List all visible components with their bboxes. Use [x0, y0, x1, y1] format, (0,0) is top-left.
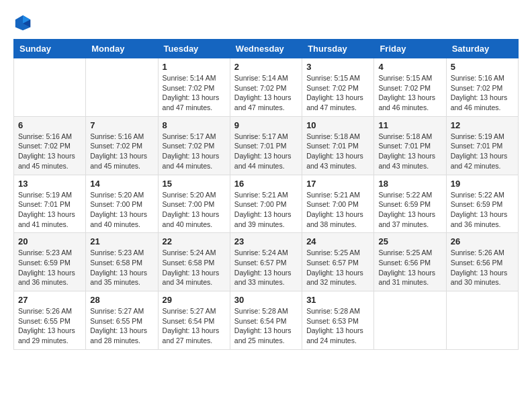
weekday-header: Tuesday [158, 40, 230, 58]
calendar-cell: 1Sunrise: 5:14 AM Sunset: 7:02 PM Daylig… [158, 58, 230, 117]
calendar-cell: 25Sunrise: 5:25 AM Sunset: 6:56 PM Dayli… [374, 233, 446, 291]
day-number: 18 [378, 179, 441, 189]
day-number: 29 [163, 295, 226, 305]
weekday-header: Wednesday [230, 40, 302, 58]
day-info: Sunrise: 5:22 AM Sunset: 6:59 PM Dayligh… [378, 190, 441, 230]
weekday-header: Thursday [302, 40, 374, 58]
day-info: Sunrise: 5:24 AM Sunset: 6:58 PM Dayligh… [163, 248, 226, 287]
day-number: 8 [163, 120, 226, 130]
day-number: 23 [234, 236, 298, 246]
day-number: 27 [18, 295, 81, 305]
day-info: Sunrise: 5:21 AM Sunset: 7:00 PM Dayligh… [306, 190, 369, 230]
day-info: Sunrise: 5:14 AM Sunset: 7:02 PM Dayligh… [163, 73, 226, 113]
calendar-week-row: 1Sunrise: 5:14 AM Sunset: 7:02 PM Daylig… [14, 58, 519, 117]
day-info: Sunrise: 5:15 AM Sunset: 7:02 PM Dayligh… [378, 73, 441, 113]
calendar-week-row: 27Sunrise: 5:26 AM Sunset: 6:55 PM Dayli… [14, 291, 519, 350]
day-info: Sunrise: 5:14 AM Sunset: 7:02 PM Dayligh… [234, 73, 298, 113]
calendar-cell: 24Sunrise: 5:25 AM Sunset: 6:57 PM Dayli… [302, 233, 374, 291]
day-info: Sunrise: 5:16 AM Sunset: 7:02 PM Dayligh… [90, 132, 153, 171]
weekday-header: Monday [86, 40, 158, 58]
calendar-cell: 19Sunrise: 5:22 AM Sunset: 6:59 PM Dayli… [446, 175, 518, 233]
calendar-cell: 20Sunrise: 5:23 AM Sunset: 6:59 PM Dayli… [14, 233, 86, 291]
calendar-cell: 5Sunrise: 5:16 AM Sunset: 7:02 PM Daylig… [446, 58, 518, 117]
day-number: 10 [306, 120, 369, 130]
day-info: Sunrise: 5:19 AM Sunset: 7:01 PM Dayligh… [18, 190, 81, 230]
calendar-header-row: SundayMondayTuesdayWednesdayThursdayFrid… [14, 40, 519, 58]
day-info: Sunrise: 5:22 AM Sunset: 6:59 PM Dayligh… [451, 190, 514, 230]
calendar-cell: 6Sunrise: 5:16 AM Sunset: 7:02 PM Daylig… [14, 116, 86, 175]
calendar-week-row: 13Sunrise: 5:19 AM Sunset: 7:01 PM Dayli… [14, 175, 519, 233]
day-number: 21 [90, 236, 153, 246]
day-number: 17 [306, 179, 369, 189]
calendar-cell: 10Sunrise: 5:18 AM Sunset: 7:01 PM Dayli… [302, 116, 374, 175]
day-number: 7 [90, 120, 153, 130]
day-number: 19 [451, 179, 514, 189]
calendar-cell: 12Sunrise: 5:19 AM Sunset: 7:01 PM Dayli… [446, 116, 518, 175]
day-number: 31 [306, 295, 369, 305]
day-info: Sunrise: 5:26 AM Sunset: 6:55 PM Dayligh… [18, 306, 81, 346]
day-info: Sunrise: 5:20 AM Sunset: 7:00 PM Dayligh… [90, 190, 153, 230]
day-info: Sunrise: 5:24 AM Sunset: 6:57 PM Dayligh… [234, 248, 298, 287]
calendar-cell: 13Sunrise: 5:19 AM Sunset: 7:01 PM Dayli… [14, 175, 86, 233]
calendar-cell: 16Sunrise: 5:21 AM Sunset: 7:00 PM Dayli… [230, 175, 302, 233]
day-info: Sunrise: 5:18 AM Sunset: 7:01 PM Dayligh… [378, 132, 441, 171]
day-number: 11 [378, 120, 441, 130]
calendar-cell [14, 58, 86, 117]
day-info: Sunrise: 5:17 AM Sunset: 7:02 PM Dayligh… [163, 132, 226, 171]
day-number: 1 [163, 62, 226, 72]
calendar-cell [374, 291, 446, 350]
day-info: Sunrise: 5:21 AM Sunset: 7:00 PM Dayligh… [234, 190, 298, 230]
calendar-cell: 31Sunrise: 5:28 AM Sunset: 6:53 PM Dayli… [302, 291, 374, 350]
day-info: Sunrise: 5:27 AM Sunset: 6:55 PM Dayligh… [90, 306, 153, 346]
day-number: 30 [234, 295, 298, 305]
day-info: Sunrise: 5:16 AM Sunset: 7:02 PM Dayligh… [18, 132, 81, 171]
calendar-cell: 22Sunrise: 5:24 AM Sunset: 6:58 PM Dayli… [158, 233, 230, 291]
day-info: Sunrise: 5:18 AM Sunset: 7:01 PM Dayligh… [306, 132, 369, 171]
calendar-cell: 17Sunrise: 5:21 AM Sunset: 7:00 PM Dayli… [302, 175, 374, 233]
weekday-header: Saturday [446, 40, 518, 58]
day-number: 2 [234, 62, 298, 72]
calendar-cell: 18Sunrise: 5:22 AM Sunset: 6:59 PM Dayli… [374, 175, 446, 233]
day-number: 24 [306, 236, 369, 246]
calendar-week-row: 20Sunrise: 5:23 AM Sunset: 6:59 PM Dayli… [14, 233, 519, 291]
calendar-cell: 7Sunrise: 5:16 AM Sunset: 7:02 PM Daylig… [86, 116, 158, 175]
day-info: Sunrise: 5:28 AM Sunset: 6:54 PM Dayligh… [234, 306, 298, 346]
day-info: Sunrise: 5:25 AM Sunset: 6:56 PM Dayligh… [378, 248, 441, 287]
day-info: Sunrise: 5:23 AM Sunset: 6:59 PM Dayligh… [18, 248, 81, 287]
day-info: Sunrise: 5:28 AM Sunset: 6:53 PM Dayligh… [306, 306, 369, 346]
day-number: 13 [18, 179, 81, 189]
day-number: 26 [451, 236, 514, 246]
day-info: Sunrise: 5:15 AM Sunset: 7:02 PM Dayligh… [306, 73, 369, 113]
day-info: Sunrise: 5:25 AM Sunset: 6:57 PM Dayligh… [306, 248, 369, 287]
day-number: 16 [234, 179, 298, 189]
day-info: Sunrise: 5:23 AM Sunset: 6:58 PM Dayligh… [90, 248, 153, 287]
logo-icon [13, 13, 32, 32]
day-number: 12 [451, 120, 514, 130]
day-number: 14 [90, 179, 153, 189]
calendar-cell: 14Sunrise: 5:20 AM Sunset: 7:00 PM Dayli… [86, 175, 158, 233]
calendar-cell: 2Sunrise: 5:14 AM Sunset: 7:02 PM Daylig… [230, 58, 302, 117]
calendar-cell: 28Sunrise: 5:27 AM Sunset: 6:55 PM Dayli… [86, 291, 158, 350]
calendar-cell: 29Sunrise: 5:27 AM Sunset: 6:54 PM Dayli… [158, 291, 230, 350]
calendar-cell: 3Sunrise: 5:15 AM Sunset: 7:02 PM Daylig… [302, 58, 374, 117]
calendar-cell: 9Sunrise: 5:17 AM Sunset: 7:01 PM Daylig… [230, 116, 302, 175]
calendar-table: SundayMondayTuesdayWednesdayThursdayFrid… [13, 39, 519, 350]
calendar-cell: 30Sunrise: 5:28 AM Sunset: 6:54 PM Dayli… [230, 291, 302, 350]
day-number: 20 [18, 236, 81, 246]
page-header [13, 13, 519, 32]
calendar-cell: 4Sunrise: 5:15 AM Sunset: 7:02 PM Daylig… [374, 58, 446, 117]
day-number: 22 [163, 236, 226, 246]
calendar-cell: 15Sunrise: 5:20 AM Sunset: 7:00 PM Dayli… [158, 175, 230, 233]
calendar-week-row: 6Sunrise: 5:16 AM Sunset: 7:02 PM Daylig… [14, 116, 519, 175]
day-info: Sunrise: 5:19 AM Sunset: 7:01 PM Dayligh… [451, 132, 514, 171]
weekday-header: Friday [374, 40, 446, 58]
calendar-cell: 26Sunrise: 5:26 AM Sunset: 6:56 PM Dayli… [446, 233, 518, 291]
calendar-cell [446, 291, 518, 350]
day-number: 15 [163, 179, 226, 189]
day-info: Sunrise: 5:27 AM Sunset: 6:54 PM Dayligh… [163, 306, 226, 346]
calendar-cell [86, 58, 158, 117]
day-number: 3 [306, 62, 369, 72]
day-info: Sunrise: 5:16 AM Sunset: 7:02 PM Dayligh… [451, 73, 514, 113]
logo [13, 13, 35, 32]
calendar-cell: 27Sunrise: 5:26 AM Sunset: 6:55 PM Dayli… [14, 291, 86, 350]
